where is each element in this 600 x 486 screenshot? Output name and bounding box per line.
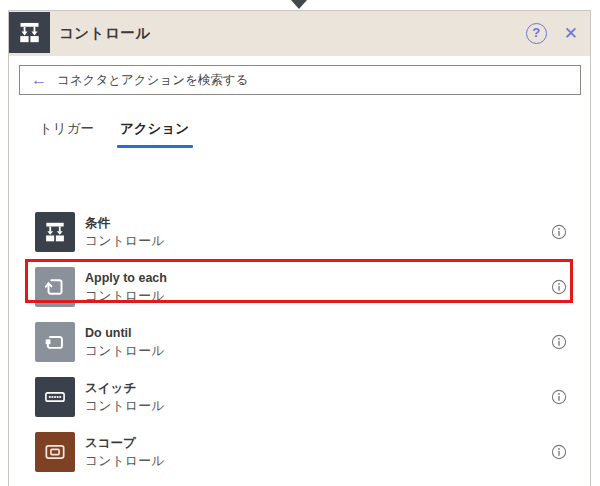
action-title: スコープ [85,435,165,452]
condition-icon [35,212,75,252]
info-icon[interactable] [551,444,567,460]
control-connector-panel: コントロール ? ✕ ← トリガー アクション [8,10,591,486]
action-item-do-until[interactable]: Do until コントロール [9,314,590,369]
action-title: 条件 [85,215,165,232]
search-input[interactable] [57,66,580,94]
action-subtitle: コントロール [85,452,165,469]
action-title: Do until [85,325,165,342]
control-condition-icon [9,12,50,53]
action-title: スイッチ [85,380,165,397]
action-title: Apply to each [85,270,167,287]
action-item-scope[interactable]: スコープ コントロール [9,424,590,479]
panel-title: コントロール [59,24,151,43]
action-text: スイッチ コントロール [85,380,165,414]
action-text: Apply to each コントロール [85,270,167,304]
action-item-switch[interactable]: スイッチ コントロール [9,369,590,424]
panel-body: ← トリガー アクション [9,56,590,486]
action-item-terminate[interactable]: 終了 コントロール [9,479,590,486]
flow-connector-arrow [291,0,307,9]
action-subtitle: コントロール [85,287,167,304]
action-list: 条件 コントロール Apply to each コントロール [9,204,590,486]
info-icon[interactable] [551,334,567,350]
action-item-condition[interactable]: 条件 コントロール [9,204,590,259]
info-icon[interactable] [551,224,567,240]
action-subtitle: コントロール [85,232,165,249]
search-box[interactable]: ← [19,65,581,95]
action-subtitle: コントロール [85,397,165,414]
info-icon[interactable] [551,389,567,405]
action-text: Do until コントロール [85,325,165,359]
back-arrow-icon[interactable]: ← [31,71,47,89]
action-text: スコープ コントロール [85,435,165,469]
close-icon[interactable]: ✕ [560,23,582,44]
action-item-apply-to-each[interactable]: Apply to each コントロール [9,259,590,314]
action-text: 条件 コントロール [85,215,165,249]
apply-to-each-icon [35,267,75,307]
help-icon[interactable]: ? [526,23,547,44]
tabs: トリガー アクション [9,114,190,148]
header-actions: ? ✕ [526,11,582,56]
action-subtitle: コントロール [85,342,165,359]
info-icon[interactable] [551,279,567,295]
do-until-icon [35,322,75,362]
panel-header: コントロール ? ✕ [9,11,590,56]
scope-icon [35,432,75,472]
tab-actions[interactable]: アクション [119,114,190,148]
switch-icon [35,377,75,417]
tab-triggers[interactable]: トリガー [38,114,95,148]
